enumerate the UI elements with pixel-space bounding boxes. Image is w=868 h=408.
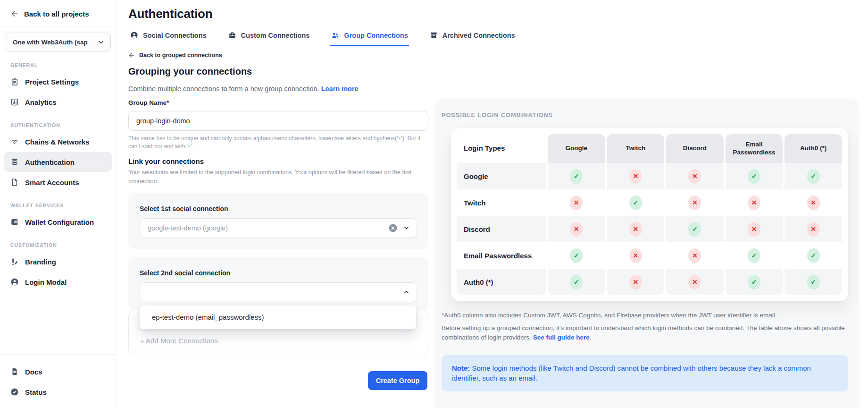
cross-icon: ✕ <box>629 222 642 237</box>
check-icon: ✓ <box>629 196 642 210</box>
combination-cell-email-passwordless-auth0: ✓ <box>785 242 842 269</box>
check-icon: ✓ <box>807 275 820 289</box>
main-area: Authentication Social ConnectionsCustom … <box>116 0 868 408</box>
cross-icon: ✕ <box>570 196 583 210</box>
group-name-input[interactable]: group-login-demo <box>128 111 428 131</box>
row-label-auth0: Auth0 (*) <box>457 269 546 295</box>
sidebar-item-label: Docs <box>25 368 42 376</box>
second-connection-select[interactable] <box>140 282 417 302</box>
sidebar-item-docs[interactable]: Docs <box>4 362 112 382</box>
user-circle-icon <box>10 278 19 286</box>
full-guide-link[interactable]: See full guide here <box>533 334 590 341</box>
form-subtitle: Combine multiple connections to form a n… <box>128 85 428 93</box>
tab-archived-connections[interactable]: Archived Connections <box>430 31 515 46</box>
sidebar-section-label-wallet-services: WALLET SERVICES <box>0 193 116 212</box>
combination-cell-google-email-passwordless: ✓ <box>726 163 783 189</box>
second-connection-label: Select 2nd social connection <box>140 269 417 277</box>
check-icon: ✓ <box>748 248 760 263</box>
cross-icon: ✕ <box>807 196 820 210</box>
login-combinations-panel: POSSIBLE LOGIN COMBINATIONS Login TypesG… <box>434 99 860 408</box>
sidebar-item-project-settings[interactable]: Project Settings <box>4 72 112 92</box>
column-header-login-types: Login Types <box>457 134 546 163</box>
column-header-discord: Discord <box>666 134 724 163</box>
combinations-column-twitch: Twitch✕✓✕✕✕ <box>607 134 665 295</box>
sidebar-item-status[interactable]: Status <box>4 382 112 402</box>
combination-cell-google-discord: ✕ <box>666 163 724 189</box>
sidebar-item-label: Login Modal <box>25 278 67 286</box>
chevron-down-icon <box>98 39 105 46</box>
wifi-icon <box>10 137 19 146</box>
arrow-left-icon <box>128 52 135 59</box>
brush-icon <box>10 257 19 266</box>
back-to-projects-link[interactable]: Back to all projects <box>0 0 116 26</box>
cross-icon: ✕ <box>748 196 760 210</box>
note-prefix: Note: <box>452 364 470 372</box>
chevron-down-icon[interactable] <box>403 224 410 231</box>
document-icon <box>10 178 19 187</box>
combinations-column-auth0: Auth0 (*)✓✕✕✓✓ <box>785 134 842 295</box>
combinations-description-text: Before setting up a grouped connection, … <box>442 324 845 341</box>
back-to-grouped-connections-link[interactable]: Back to grouped connections <box>128 52 428 59</box>
combinations-table: Login TypesGoogleTwitchDiscordEmail Pass… <box>457 134 842 295</box>
auth0-footnote: *Auth0 column also includes Custom JWT, … <box>442 312 848 319</box>
project-selector[interactable]: One with Web3Auth (sap <box>5 33 111 51</box>
combination-cell-twitch-email-passwordless: ✕ <box>726 189 783 216</box>
clear-selection-icon[interactable] <box>388 223 398 233</box>
tab-label: Archived Connections <box>442 32 515 39</box>
row-label-google: Google <box>457 163 546 189</box>
cross-icon: ✕ <box>807 222 820 237</box>
form-subtitle-text: Combine multiple connections to form a n… <box>128 85 319 93</box>
combinations-column-login-types: Login TypesGoogleTwitchDiscordEmail Pass… <box>457 134 546 295</box>
row-label-email-passwordless: Email Passwordless <box>457 242 546 269</box>
tab-custom-connections[interactable]: Custom Connections <box>228 31 310 46</box>
check-circle-icon <box>10 388 19 396</box>
cross-icon: ✕ <box>688 196 701 210</box>
project-selector-value: One with Web3Auth (sap <box>13 39 88 46</box>
arrow-left-icon <box>10 9 19 18</box>
sidebar-item-label: Smart Accounts <box>25 178 79 187</box>
combinations-column-email-passwordless: Email Passwordless✓✕✕✓✓ <box>726 134 783 295</box>
row-label-discord: Discord <box>457 216 546 242</box>
connection-dropdown-option[interactable]: ep-test-demo (email_passwordless) <box>140 306 416 329</box>
second-connection-card: Select 2nd social connection <box>128 257 428 310</box>
cross-icon: ✕ <box>688 275 701 289</box>
sidebar-section-label-customization: CUSTOMIZATION <box>0 232 116 251</box>
combination-cell-google-auth0: ✓ <box>785 163 842 189</box>
create-group-button[interactable]: Create Group <box>368 371 427 390</box>
sidebar-item-chains-networks[interactable]: Chains & Networks <box>4 132 112 152</box>
combination-cell-twitch-discord: ✕ <box>666 189 724 216</box>
cross-icon: ✕ <box>688 248 701 263</box>
tab-label: Custom Connections <box>241 32 310 39</box>
combination-cell-twitch-google: ✕ <box>548 189 605 216</box>
sidebar-item-label: Branding <box>25 258 56 266</box>
user-circle-icon <box>130 31 138 39</box>
column-header-google: Google <box>548 134 605 163</box>
sidebar-item-analytics[interactable]: Analytics <box>4 92 112 112</box>
sidebar-item-login-modal[interactable]: Login Modal <box>4 272 112 292</box>
form-title: Grouping your connections <box>128 66 428 77</box>
sidebar-item-wallet-configuration[interactable]: Wallet Configuration <box>4 212 112 232</box>
sidebar-item-authentication[interactable]: Authentication <box>4 152 112 172</box>
combination-cell-auth0-twitch: ✕ <box>607 269 665 295</box>
combination-cell-email-passwordless-twitch: ✕ <box>607 242 665 269</box>
group-name-value: group-login-demo <box>136 117 190 125</box>
chevron-up-icon[interactable] <box>403 289 410 296</box>
learn-more-link[interactable]: Learn more <box>321 85 359 93</box>
check-icon: ✓ <box>807 248 820 263</box>
sidebar-item-smart-accounts[interactable]: Smart Accounts <box>4 172 112 192</box>
combination-cell-discord-auth0: ✕ <box>785 216 842 242</box>
sidebar-item-label: Status <box>25 388 47 396</box>
first-connection-select[interactable]: google-test-demo (google) <box>140 218 417 238</box>
sidebar-section-label-general: GENERAL <box>0 52 116 71</box>
column-header-email-passwordless: Email Passwordless <box>726 134 783 163</box>
first-connection-value: google-test-demo (google) <box>148 224 228 232</box>
tab-group-connections[interactable]: Group Connections <box>331 31 408 46</box>
sidebar-item-branding[interactable]: Branding <box>4 252 112 272</box>
combination-cell-discord-google: ✕ <box>548 216 605 242</box>
combination-cell-email-passwordless-discord: ✕ <box>666 242 724 269</box>
tab-social-connections[interactable]: Social Connections <box>130 31 207 46</box>
combination-cell-email-passwordless-email-passwordless: ✓ <box>726 242 783 269</box>
cross-icon: ✕ <box>629 275 642 289</box>
cross-icon: ✕ <box>748 222 760 237</box>
divider <box>0 26 116 26</box>
